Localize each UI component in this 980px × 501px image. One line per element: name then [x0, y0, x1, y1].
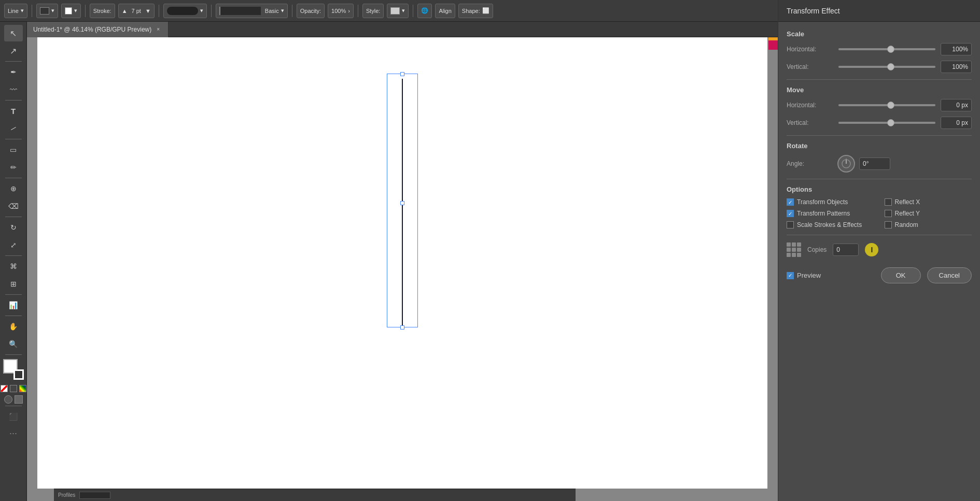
move-vertical-slider[interactable]: [838, 122, 935, 124]
transform-patterns-checkbox[interactable]: [787, 210, 794, 217]
hand-tool-btn[interactable]: ✋: [4, 318, 23, 335]
transform-objects-checkbox[interactable]: [787, 198, 794, 206]
canvas-document-tab[interactable]: Untitled-1* @ 46.14% (RGB/GPU Preview) ×: [27, 22, 169, 37]
chevron-right-icon: ›: [348, 8, 350, 14]
rotate-tool-btn[interactable]: ↻: [4, 219, 23, 236]
scale-strokes-row[interactable]: Scale Strokes & Effects: [787, 221, 874, 228]
stroke-line-btn[interactable]: Basic ▾: [216, 4, 288, 18]
white-canvas[interactable]: [37, 37, 767, 489]
handle-middle[interactable]: [400, 201, 404, 205]
style-swatch-btn[interactable]: ▾: [387, 4, 409, 18]
reflect-x-row[interactable]: Reflect X: [885, 198, 972, 206]
shape-btn[interactable]: Shape: ⬜: [458, 4, 493, 18]
opacity-value[interactable]: 100% ›: [328, 4, 354, 18]
fill-type-btn[interactable]: ▾: [61, 4, 81, 18]
transform-objects-row[interactable]: Transform Objects: [787, 198, 874, 206]
transform-effect-panel: Transform Effect Scale Horizontal: Verti…: [778, 0, 980, 501]
globe-btn[interactable]: 🌐: [417, 4, 432, 18]
scale-vertical-slider[interactable]: [838, 66, 935, 68]
ok-button[interactable]: OK: [881, 267, 921, 283]
preview-row[interactable]: Preview: [787, 271, 821, 279]
scale-vertical-thumb[interactable]: [887, 63, 894, 70]
stroke-down-icon[interactable]: ▼: [145, 8, 151, 14]
direct-select-tool-btn[interactable]: ↗: [4, 42, 23, 59]
rotate-angle-row: Angle:: [787, 155, 972, 173]
scale-horizontal-thumb[interactable]: [887, 46, 894, 53]
chart-tool-btn[interactable]: 📊: [4, 297, 23, 313]
angle-input[interactable]: [859, 158, 890, 170]
random-checkbox[interactable]: [885, 221, 892, 228]
toolbar-separator-1: [32, 5, 32, 17]
cursor-indicator: I: [865, 243, 878, 256]
move-horizontal-input[interactable]: [941, 99, 972, 111]
tools-panel: ↖ ↗ ✒ 〰 T / ▭ ✏ ⊕ ⌫ ↻ ⤢ ⌘ ⊞ 📊: [0, 22, 27, 501]
edge-swatch-pink[interactable]: [768, 40, 778, 50]
dial-svg: [841, 159, 851, 169]
color-swatches[interactable]: [3, 359, 24, 380]
stroke-color-btn[interactable]: ▾: [36, 4, 58, 18]
pencil-tool-btn[interactable]: ✏: [4, 159, 23, 176]
handle-bottom[interactable]: [400, 325, 404, 330]
scale-icon: ⤢: [10, 241, 17, 249]
tool-type-selector[interactable]: Line ▾: [4, 4, 27, 18]
move-vertical-input[interactable]: [941, 117, 972, 129]
transform-tool-btn[interactable]: ⊞: [4, 276, 23, 292]
rect-tool-btn[interactable]: ▭: [4, 141, 23, 158]
reflect-y-checkbox[interactable]: [885, 210, 892, 217]
none-swatch[interactable]: [1, 385, 8, 392]
options-section-title: Options: [787, 185, 972, 193]
angle-dial[interactable]: [837, 155, 855, 173]
toolbar-separator-2: [85, 5, 86, 17]
chart-icon: 📊: [9, 301, 18, 309]
rect-icon: ▭: [10, 146, 17, 154]
blob-tool-btn[interactable]: ⊕: [4, 180, 23, 197]
scale-horizontal-input[interactable]: [941, 43, 972, 55]
stroke-value-input[interactable]: ▲ 7 pt ▼: [118, 4, 155, 18]
move-vertical-thumb[interactable]: [887, 119, 894, 126]
stroke-up-icon[interactable]: ▲: [122, 8, 128, 14]
zoom-tool-btn[interactable]: 🔍: [4, 336, 23, 352]
align-btn[interactable]: Align: [435, 4, 455, 18]
move-horizontal-thumb[interactable]: [887, 102, 894, 109]
curvature-tool-btn[interactable]: 〰: [4, 81, 23, 98]
copies-input[interactable]: [833, 244, 859, 256]
reflect-y-label: Reflect Y: [895, 210, 920, 217]
scale-horizontal-slider[interactable]: [838, 48, 935, 50]
tool-separator-9: [5, 354, 22, 355]
canvas-workspace: [37, 37, 767, 489]
move-vertical-label: Vertical:: [787, 119, 833, 126]
move-horizontal-slider[interactable]: [838, 104, 935, 106]
random-row[interactable]: Random: [885, 221, 972, 228]
select-tool-btn[interactable]: ↖: [4, 25, 23, 41]
eraser-icon: ⌫: [8, 202, 19, 210]
type-tool-btn[interactable]: T: [4, 103, 23, 119]
cancel-button[interactable]: Cancel: [927, 267, 972, 283]
move-horizontal-label: Horizontal:: [787, 102, 833, 109]
color-swatch[interactable]: [10, 385, 17, 392]
stroke-value: 7 pt: [132, 8, 141, 14]
draw-mode-btn[interactable]: [15, 395, 23, 404]
scale-vertical-input[interactable]: [941, 61, 972, 73]
pen-tool-btn[interactable]: ✒: [4, 64, 23, 80]
rotate-angle-label: Angle:: [787, 160, 833, 167]
gradient-swatch[interactable]: [19, 385, 26, 392]
canvas-tab-close-btn[interactable]: ×: [155, 26, 162, 33]
reflect-y-row[interactable]: Reflect Y: [885, 210, 972, 217]
line-tool-btn[interactable]: /: [4, 120, 23, 137]
copies-label: Copies: [807, 246, 827, 253]
stroke-swatch[interactable]: [13, 369, 24, 380]
scale-tool-btn[interactable]: ⤢: [4, 237, 23, 253]
handle-top[interactable]: [400, 72, 404, 76]
preview-checkbox[interactable]: [787, 272, 794, 279]
artboard-tool-btn[interactable]: ⬛: [4, 408, 23, 425]
transform-patterns-row[interactable]: Transform Patterns: [787, 210, 874, 217]
blob-icon: ⊕: [10, 184, 17, 193]
eraser-tool-btn[interactable]: ⌫: [4, 198, 23, 214]
profiles-label: Profiles: [58, 492, 75, 498]
scale-strokes-checkbox[interactable]: [787, 221, 794, 228]
normal-mode-btn[interactable]: [4, 395, 12, 404]
reflect-x-checkbox[interactable]: [885, 198, 892, 206]
stroke-style-btn[interactable]: ▾: [163, 4, 207, 18]
more-tools-btn[interactable]: ···: [9, 428, 17, 439]
warp-tool-btn[interactable]: ⌘: [4, 258, 23, 275]
